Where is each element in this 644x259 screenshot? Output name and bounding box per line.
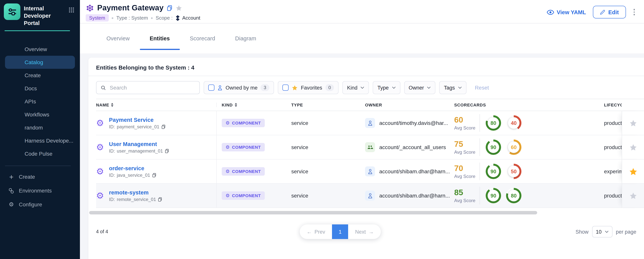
scorecard-gauge[interactable]: 40 <box>506 115 522 131</box>
favorite-star-icon[interactable] <box>629 119 637 126</box>
component-gear-icon: ⚙ <box>96 143 104 152</box>
tags-dropdown[interactable]: Tags <box>440 81 466 94</box>
type-dropdown[interactable]: Type <box>373 81 400 94</box>
app-switcher-icon[interactable] <box>68 7 74 14</box>
scorecard-gauge[interactable]: 50 <box>506 164 522 179</box>
scorecard-gauge[interactable]: 90 <box>486 164 501 179</box>
entities-table: NAME KIND TYPE OWNER SCORECARDS LIFECYCL… <box>96 99 644 208</box>
favorites-checkbox[interactable] <box>282 84 288 91</box>
scorecard-gauge[interactable]: 80 <box>486 115 501 131</box>
page-title: Payment Gateway <box>97 4 164 12</box>
more-options-icon[interactable] <box>633 8 636 17</box>
table-row: ⚙ remote-system ID:remote_service_01 <box>96 184 644 208</box>
tab-diagram[interactable]: Diagram <box>225 24 266 54</box>
row-count: 4 of 4 <box>96 229 108 234</box>
search-input[interactable] <box>109 84 195 91</box>
scorecard-gauge[interactable]: 90 <box>486 140 501 155</box>
scorecard-gauge[interactable]: 60 <box>506 140 522 155</box>
entity-id: ID:remote_service_01 <box>109 196 162 202</box>
account-icon <box>176 15 180 21</box>
sort-icon <box>234 103 237 107</box>
entity-name-link[interactable]: order-service <box>109 165 156 171</box>
favorite-cell <box>622 111 644 135</box>
component-gear-icon: ⚙ <box>96 167 104 176</box>
sidebar-item-harness-developer[interactable]: Harness Develope... <box>5 134 75 147</box>
hexagons-icon <box>8 188 14 194</box>
favorite-cell <box>622 184 644 208</box>
copy-icon[interactable] <box>165 148 169 153</box>
scorecard-gauge[interactable]: 90 <box>486 188 501 203</box>
sidebar-item-overview[interactable]: Overview <box>5 43 75 56</box>
search-box[interactable] <box>96 81 200 94</box>
page-number-button[interactable]: 1 <box>332 224 348 239</box>
sidebar-item-random[interactable]: random <box>5 121 75 134</box>
breadcrumb-type: Type : System <box>116 15 148 21</box>
app-window: Internal Developer Portal Overview Catal… <box>0 0 644 259</box>
sidebar-item-environments[interactable]: Environments <box>0 184 80 198</box>
pencil-icon <box>600 10 605 15</box>
chevron-down-icon <box>604 230 608 233</box>
column-header-scorecards: SCORECARDS <box>454 102 604 107</box>
view-yaml-button[interactable]: View YAML <box>547 9 586 15</box>
sidebar-item-docs[interactable]: Docs <box>5 82 75 95</box>
column-header-name[interactable]: NAME <box>96 102 217 107</box>
column-header-kind[interactable]: KIND <box>217 102 291 107</box>
sidebar-item-create-entity[interactable]: + Create <box>0 170 80 184</box>
copy-icon[interactable] <box>161 124 166 129</box>
table-header-row: NAME KIND TYPE OWNER SCORECARDS LIFECYCL… <box>96 99 644 111</box>
scorecards-cell: 75 Avg Score 90 60 <box>454 135 604 159</box>
sidebar-item-configure[interactable]: ⚙ Configure <box>0 198 80 212</box>
tab-overview[interactable]: Overview <box>96 24 140 54</box>
breadcrumb-scope-label: Scope : <box>156 15 172 21</box>
kind-chip: ⚙ COMPONENT <box>222 191 265 200</box>
prev-page-button[interactable]: ← Prev <box>300 224 332 239</box>
copy-icon[interactable] <box>152 173 156 177</box>
favorite-star-icon[interactable] <box>629 167 637 176</box>
avg-score-label: Avg Score <box>454 149 478 155</box>
owned-by-me-checkbox[interactable] <box>208 84 214 91</box>
tab-scorecard[interactable]: Scorecard <box>180 24 225 54</box>
lifecycle-cell: production <box>604 135 622 159</box>
kind-dropdown[interactable]: Kind <box>342 81 369 94</box>
avg-score: 85 <box>454 188 478 197</box>
scorecard-gauge[interactable]: 80 <box>506 188 522 203</box>
entity-id: ID:payment_service_01 <box>109 124 166 129</box>
copy-icon[interactable] <box>166 5 172 11</box>
sidebar-item-create[interactable]: Create <box>5 69 75 82</box>
reset-filters-button[interactable]: Reset <box>475 84 489 91</box>
horizontal-scrollbar[interactable] <box>89 211 537 214</box>
sidebar-item-catalog[interactable]: Catalog <box>5 56 75 69</box>
pagination: ← Prev 1 Next → <box>300 224 380 239</box>
favorites-filter[interactable]: Favorites 0 <box>278 81 338 94</box>
owned-by-me-count: 3 <box>261 84 269 91</box>
tab-entities[interactable]: Entities <box>140 24 180 54</box>
favorite-star-icon[interactable] <box>629 144 637 151</box>
sidebar-item-code-pulse[interactable]: Code Pulse <box>5 147 75 160</box>
favorite-star-icon[interactable] <box>629 192 637 199</box>
sidebar-item-workflows[interactable]: Workflows <box>5 108 75 121</box>
copy-icon[interactable] <box>158 197 162 202</box>
entity-name-link[interactable]: remote-system <box>109 189 162 196</box>
app-logo[interactable] <box>4 4 20 20</box>
scorecards-cell: 60 Avg Score 80 40 <box>454 111 604 135</box>
sidebar-item-apis[interactable]: APIs <box>5 95 75 108</box>
entity-name-link[interactable]: Payment Service <box>109 117 166 123</box>
gear-icon: ⚙ <box>226 121 230 125</box>
favorite-star-icon[interactable] <box>176 5 182 11</box>
next-page-button[interactable]: Next → <box>348 224 381 239</box>
edit-button[interactable]: Edit <box>593 6 626 18</box>
entity-name-link[interactable]: User Management <box>109 141 169 147</box>
chevron-down-icon <box>360 86 364 89</box>
user-group-icon <box>365 142 375 152</box>
user-icon <box>365 166 375 176</box>
app-title: Internal Developer Portal <box>24 4 65 27</box>
sidebar-logo-row: Internal Developer Portal <box>0 0 80 27</box>
avg-score-label: Avg Score <box>454 198 478 203</box>
page-size-select[interactable]: 10 <box>592 226 612 238</box>
owned-by-me-filter[interactable]: Owned by me 3 <box>204 81 274 94</box>
owner-dropdown[interactable]: Owner <box>404 81 436 94</box>
arrow-left-icon: ← <box>307 229 312 234</box>
avg-score-label: Avg Score <box>454 125 478 130</box>
scorecards-cell: 85 Avg Score 90 80 <box>454 184 604 208</box>
entity-kind-chip: System <box>86 14 108 22</box>
